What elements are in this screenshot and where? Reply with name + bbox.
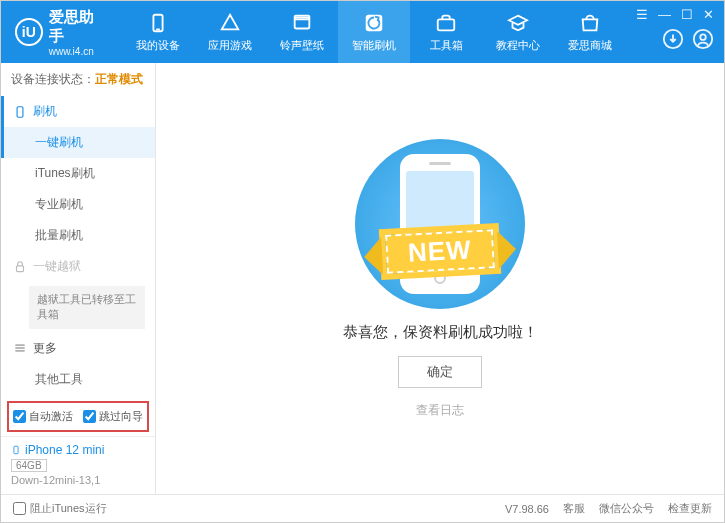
nav-tutorials[interactable]: 教程中心 bbox=[482, 1, 554, 63]
close-icon[interactable]: ✕ bbox=[703, 7, 714, 22]
svg-rect-9 bbox=[17, 106, 23, 117]
success-illustration: NEW bbox=[355, 139, 525, 309]
flash-options-highlight: 自动激活 跳过向导 bbox=[7, 401, 149, 432]
svg-rect-14 bbox=[14, 446, 18, 454]
sidebar-item-batch-flash[interactable]: 批量刷机 bbox=[29, 220, 155, 251]
titlebar: iU 爱思助手 www.i4.cn 我的设备 应用游戏 铃声壁纸 智能刷机 工具… bbox=[1, 1, 724, 63]
nav-store[interactable]: 爱思商城 bbox=[554, 1, 626, 63]
section-jailbreak[interactable]: 一键越狱 bbox=[1, 251, 155, 282]
download-icon[interactable] bbox=[662, 28, 684, 53]
svg-rect-5 bbox=[438, 19, 455, 30]
svg-rect-10 bbox=[17, 265, 24, 271]
menu-icon[interactable]: ☰ bbox=[636, 7, 648, 22]
checkbox-skip-guide[interactable]: 跳过向导 bbox=[83, 409, 143, 424]
device-storage: 64GB bbox=[11, 459, 47, 472]
nav-flash[interactable]: 智能刷机 bbox=[338, 1, 410, 63]
sidebar-item-itunes-flash[interactable]: iTunes刷机 bbox=[29, 158, 155, 189]
user-icon[interactable] bbox=[692, 28, 714, 53]
sidebar-item-download-firmware[interactable]: 下载固件 bbox=[29, 395, 155, 397]
brand-name: 爱思助手 bbox=[49, 8, 108, 46]
main-content: NEW 恭喜您，保资料刷机成功啦！ 确定 查看日志 bbox=[156, 63, 724, 494]
checkbox-block-itunes[interactable]: 阻止iTunes运行 bbox=[13, 501, 107, 516]
success-message: 恭喜您，保资料刷机成功啦！ bbox=[343, 323, 538, 342]
minimize-icon[interactable]: — bbox=[658, 7, 671, 22]
footer-link-service[interactable]: 客服 bbox=[563, 501, 585, 516]
version-label: V7.98.66 bbox=[505, 503, 549, 515]
jailbreak-note: 越狱工具已转移至工具箱 bbox=[29, 286, 145, 329]
ok-button[interactable]: 确定 bbox=[398, 356, 482, 388]
nav-my-device[interactable]: 我的设备 bbox=[122, 1, 194, 63]
brand-site: www.i4.cn bbox=[49, 46, 108, 57]
sidebar-item-oneclick-flash[interactable]: 一键刷机 bbox=[1, 127, 155, 158]
app-window: iU 爱思助手 www.i4.cn 我的设备 应用游戏 铃声壁纸 智能刷机 工具… bbox=[0, 0, 725, 523]
view-log-link[interactable]: 查看日志 bbox=[416, 402, 464, 419]
sidebar: 设备连接状态：正常模式 刷机 一键刷机 iTunes刷机 专业刷机 批量刷机 一… bbox=[1, 63, 156, 494]
logo-icon: iU bbox=[15, 18, 43, 46]
sidebar-item-other-tools[interactable]: 其他工具 bbox=[29, 364, 155, 395]
sidebar-item-pro-flash[interactable]: 专业刷机 bbox=[29, 189, 155, 220]
nav-toolbox[interactable]: 工具箱 bbox=[410, 1, 482, 63]
body: 设备连接状态：正常模式 刷机 一键刷机 iTunes刷机 专业刷机 批量刷机 一… bbox=[1, 63, 724, 494]
brand: iU 爱思助手 www.i4.cn bbox=[1, 1, 122, 63]
footer: 阻止iTunes运行 V7.98.66 客服 微信公众号 检查更新 bbox=[1, 494, 724, 522]
footer-link-wechat[interactable]: 微信公众号 bbox=[599, 501, 654, 516]
maximize-icon[interactable]: ☐ bbox=[681, 7, 693, 22]
section-flash[interactable]: 刷机 bbox=[1, 96, 155, 127]
nav-apps[interactable]: 应用游戏 bbox=[194, 1, 266, 63]
new-ribbon: NEW bbox=[385, 229, 495, 274]
checkbox-auto-activate[interactable]: 自动激活 bbox=[13, 409, 73, 424]
device-model: Down-12mini-13,1 bbox=[11, 474, 145, 486]
device-status: 设备连接状态：正常模式 bbox=[1, 63, 155, 96]
device-panel[interactable]: iPhone 12 mini 64GB Down-12mini-13,1 bbox=[1, 436, 155, 494]
svg-point-8 bbox=[700, 34, 706, 40]
nav-ringtones[interactable]: 铃声壁纸 bbox=[266, 1, 338, 63]
window-controls: ☰ — ☐ ✕ bbox=[626, 1, 724, 63]
section-more[interactable]: 更多 bbox=[1, 333, 155, 364]
top-nav: 我的设备 应用游戏 铃声壁纸 智能刷机 工具箱 教程中心 爱思商城 bbox=[122, 1, 626, 63]
footer-link-update[interactable]: 检查更新 bbox=[668, 501, 712, 516]
device-name: iPhone 12 mini bbox=[11, 443, 145, 457]
